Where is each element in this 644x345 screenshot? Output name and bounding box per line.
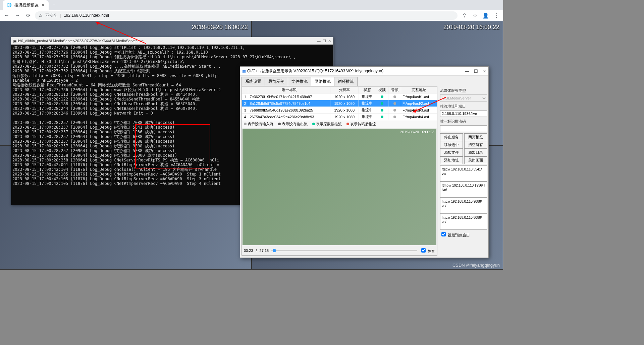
reload-button[interactable]: ⟳ — [24, 11, 32, 19]
col-header: 完整地址 — [401, 87, 437, 93]
warning-icon: ⚠ — [39, 13, 43, 18]
playback-controls: 00:23 / 27:15 静音 — [242, 246, 437, 255]
back-button[interactable]: ← — [3, 11, 11, 19]
insecure-label: 不安全 — [45, 13, 57, 18]
maximize-icon[interactable]: ☐ — [323, 39, 326, 43]
browser-nav: ← → ⟳ ⚠ 不安全 | 192.168.0.110/index.html ⇪… — [0, 10, 503, 21]
stream-code-label: 唯一标识推流码 — [440, 119, 487, 124]
push-addr-input[interactable] — [440, 110, 487, 117]
tab-2[interactable]: 文件推流 — [288, 77, 311, 86]
action-button[interactable]: 添加地址 — [440, 156, 463, 164]
action-button[interactable]: 添加文件 — [440, 149, 463, 156]
col-header: 状态 — [359, 87, 376, 93]
video-timestamp: 2019-03-20 16:00:22 — [192, 24, 248, 31]
legend-item: 表示转码后推流 — [346, 122, 376, 127]
video-timestamp: 2019-03-20 16:00:22 — [443, 24, 499, 31]
action-button[interactable]: 停止服务 — [440, 133, 463, 141]
mute-checkbox[interactable]: 静音 — [420, 247, 435, 254]
address-bar[interactable]: ⚠ 不安全 | 192.168.0.110/index.html — [35, 11, 458, 20]
action-button[interactable]: 移除选中 — [440, 141, 463, 149]
push-addr-label: 推流地址和端口 — [440, 104, 487, 109]
watermark: CSDN @feiyangqingyun — [452, 263, 500, 268]
preview-window-checkbox[interactable]: 视频预览窗口 — [440, 231, 487, 238]
forward-button[interactable]: → — [13, 11, 21, 19]
share-icon[interactable]: ⇪ — [460, 11, 468, 19]
browser-tabs: 🌐 推流视频预览 ✕ + — [0, 0, 503, 10]
minimize-icon[interactable]: — — [317, 39, 321, 43]
new-tab-button[interactable]: + — [53, 3, 55, 7]
console-title: H:\0_dll\bin_push\ABLMediaServer-2023-07… — [16, 39, 317, 43]
stream-panel: 唯一标识分辨率状态视频音频完整地址17e36276f19b5fc0171dd04… — [241, 86, 437, 256]
col-header — [242, 87, 248, 93]
url-text: 192.168.0.110/index.html — [64, 13, 109, 18]
status-legend: 表示没有输入流 表示没有输出流 表示原数据推流 表示转码后推流 — [242, 120, 437, 128]
preview-timestamp: 2019-03-20 16:00:23 — [400, 130, 434, 134]
tab-3[interactable]: 网络推流 — [311, 77, 334, 86]
qt-titlebar[interactable]: ▦ Qt/C++推流综合应用示例 V20230815 (QQ: 51721649… — [240, 67, 488, 76]
table-row[interactable]: 28a12ffdb8df7f8c5a97784c7847ce1c41920 x … — [242, 100, 437, 107]
col-header: 音频 — [388, 87, 401, 93]
annotation-box — [135, 124, 210, 168]
time-total: 27:15 — [260, 249, 269, 253]
tab-4[interactable]: 循环推流 — [334, 77, 358, 86]
col-header: 视频 — [376, 87, 388, 93]
col-header: 唯一标识 — [248, 87, 330, 93]
table-row[interactable]: 17e36276f19b5fc0171dd0421f1439a971920 x … — [242, 93, 437, 100]
legend-item: 表示没有输入流 — [244, 122, 273, 127]
seek-slider[interactable] — [271, 250, 417, 251]
stream-url[interactable]: http:// 192.168.0.110:8088/ live/ — [440, 214, 487, 230]
table-row[interactable]: 42675b47a3ede034af2e4236c29ab8e931920 x … — [242, 114, 437, 120]
globe-icon: 🌐 — [7, 3, 12, 7]
action-button[interactable]: 添加目录 — [464, 149, 487, 156]
qt-title: Qt/C++推流综合应用示例 V20230815 (QQ: 517216493 … — [246, 68, 465, 74]
action-button[interactable]: 网页预览 — [464, 133, 487, 141]
menu-icon[interactable]: ⋮ — [492, 11, 500, 19]
close-icon[interactable]: ✕ — [483, 69, 486, 74]
qt-app-window: ▦ Qt/C++推流综合应用示例 V20230815 (QQ: 51721649… — [240, 66, 489, 258]
stream-url[interactable]: rtsp:// 192.168.0.110:5541/ live/ — [440, 165, 487, 182]
maximize-icon[interactable]: ☐ — [474, 69, 478, 74]
stream-url[interactable]: rtmp:// 192.168.0.110:1936/ live/ — [440, 182, 487, 198]
table-row[interactable]: 37e66f09fb5a540d193ae2680c092ba251920 x … — [242, 107, 437, 114]
profile-icon[interactable]: 👤 — [482, 11, 490, 19]
minimize-icon[interactable]: — — [465, 69, 469, 74]
close-icon[interactable]: ✕ — [328, 39, 331, 43]
tab-0[interactable]: 系统设置 — [241, 77, 265, 86]
star-icon[interactable]: ☆ — [471, 11, 479, 19]
tab-1[interactable]: 最简示例 — [265, 77, 288, 86]
legend-item: 表示没有输出流 — [278, 122, 308, 127]
server-type-select[interactable]: ABLMediaServer — [440, 94, 487, 102]
settings-panel: 流媒体服务类型 ABLMediaServer 推流地址和端口 唯一标识推流码 停… — [439, 86, 488, 257]
qt-tab-bar: 系统设置最简示例文件推流网络推流循环推流 — [240, 76, 488, 86]
stream-url[interactable]: http:// 192.168.0.110:9088/ live/ — [440, 198, 487, 214]
time-current: 00:23 — [244, 249, 253, 253]
stream-table[interactable]: 唯一标识分辨率状态视频音频完整地址17e36276f19b5fc0171dd04… — [242, 86, 437, 120]
server-type-label: 流媒体服务类型 — [440, 88, 487, 93]
legend-item: 表示原数据推流 — [312, 122, 342, 127]
video-preview[interactable]: 2019-03-20 16:00:23 — [243, 129, 436, 245]
stream-code-input[interactable] — [440, 125, 487, 132]
app-icon: ▦ — [242, 69, 246, 73]
console-titlebar[interactable]: ▣ H:\0_dll\bin_push\ABLMediaServer-2023-… — [11, 37, 333, 45]
tab-title: 推流视频预览 — [14, 2, 39, 8]
browser-tab[interactable]: 🌐 推流视频预览 ✕ — [3, 0, 49, 10]
action-button[interactable]: 关闭画面 — [464, 156, 487, 164]
action-button[interactable]: 清空所有 — [464, 141, 487, 149]
app-icon: ▣ — [13, 39, 16, 43]
close-icon[interactable]: ✕ — [41, 3, 45, 7]
col-header: 分辨率 — [330, 87, 359, 93]
